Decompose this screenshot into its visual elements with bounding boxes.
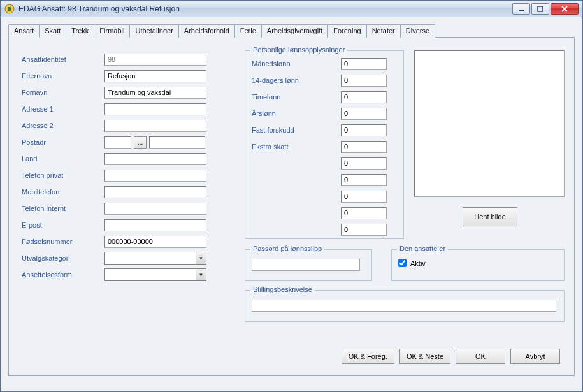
tabs-bar: Ansatt Skatt Trekk Firmabil Utbetalinger…	[8, 24, 575, 37]
label-timelonn: Timelønn	[252, 93, 341, 101]
adresse2-input[interactable]	[104, 120, 206, 132]
land-input[interactable]	[104, 153, 206, 165]
cancel-button[interactable]: Avbryt	[510, 349, 560, 364]
label-manedslonn: Månedslønn	[252, 60, 341, 68]
arslonn-input[interactable]	[341, 108, 387, 120]
extra-9-input[interactable]	[341, 191, 387, 203]
dialog-footer: OK & Foreg. OK & Neste OK Avbryt	[342, 349, 560, 364]
stillingsbeskrivelse-input[interactable]	[252, 300, 556, 312]
tab-firmabil[interactable]: Firmabil	[94, 24, 130, 38]
14dagers-input[interactable]	[341, 75, 387, 87]
telefon-privat-input[interactable]	[104, 170, 206, 182]
aktiv-checkbox[interactable]	[398, 259, 407, 267]
label-ansettelsesform: Ansettelsesform	[22, 271, 104, 279]
maximize-button[interactable]	[531, 3, 549, 15]
identity-fields: Ansattidentitet Etternavn Fornavn Adress…	[22, 53, 226, 285]
titlebar: EDAG Ansatt: 98 Trandum og vaksdal Refus…	[1, 1, 582, 17]
group-passord: Passord på lønnsslipp	[245, 249, 372, 281]
tab-forening[interactable]: Forening	[327, 24, 366, 38]
employee-photo-box	[414, 50, 565, 197]
tab-ansatt[interactable]: Ansatt	[8, 24, 40, 38]
legend-personlige-lonn: Personlige lønnsopplysninger	[250, 46, 347, 54]
window-frame: EDAG Ansatt: 98 Trandum og vaksdal Refus…	[0, 0, 583, 392]
svg-rect-3	[538, 6, 543, 11]
minimize-button[interactable]	[512, 3, 530, 15]
fornavn-input[interactable]	[104, 87, 206, 99]
group-stillingsbeskrivelse: Stillingsbeskrivelse	[245, 290, 565, 322]
tab-utbetalinger[interactable]: Utbetalinger	[129, 24, 178, 38]
label-fornavn: Fornavn	[22, 89, 104, 96]
extra-7-input[interactable]	[341, 157, 387, 170]
close-button[interactable]	[551, 3, 579, 15]
fast-forskudd-input[interactable]	[341, 124, 387, 136]
telefon-internt-input[interactable]	[104, 203, 206, 215]
epost-input[interactable]	[104, 219, 206, 231]
svg-rect-2	[519, 10, 524, 11]
client-area: Ansatt Skatt Trekk Firmabil Utbetalinger…	[1, 17, 582, 391]
tab-ferie[interactable]: Ferie	[234, 24, 262, 38]
label-fodselsnummer: Fødselsnummer	[22, 238, 104, 245]
postadr-city-input[interactable]	[149, 136, 205, 149]
label-telefon-internt: Telefon internt	[22, 205, 104, 212]
tab-diverse[interactable]: Diverse	[400, 24, 435, 38]
aktiv-label: Aktiv	[410, 259, 426, 267]
etternavn-input[interactable]	[104, 70, 206, 82]
label-fast-forskudd: Fast forskudd	[252, 126, 341, 134]
fodselsnummer-input[interactable]	[104, 236, 206, 248]
label-utvalgskategori: Utvalgskategori	[22, 254, 104, 262]
aktiv-checkbox-row[interactable]: Aktiv	[398, 259, 558, 267]
app-icon	[4, 4, 15, 14]
mobiltelefon-input[interactable]	[104, 186, 206, 198]
ansettelsesform-select[interactable]	[104, 268, 206, 281]
postadr-code-input[interactable]	[104, 136, 131, 149]
tab-skatt[interactable]: Skatt	[39, 24, 66, 38]
tab-trekk[interactable]: Trekk	[66, 24, 94, 38]
label-ekstra-skatt: Ekstra skatt	[252, 143, 341, 150]
label-mobiltelefon: Mobiltelefon	[22, 188, 104, 196]
label-14dagers: 14-dagers lønn	[252, 76, 341, 84]
legend-ansatte-er: Den ansatte er	[397, 245, 448, 252]
label-adresse2: Adresse 2	[22, 122, 104, 129]
label-arslonn: Årslønn	[252, 110, 341, 117]
extra-8-input[interactable]	[341, 174, 387, 186]
ok-previous-button[interactable]: OK & Foreg.	[342, 349, 394, 364]
tab-arbeidsforhold[interactable]: Arbeidsforhold	[178, 24, 235, 38]
label-etternavn: Etternavn	[22, 72, 104, 80]
ok-next-button[interactable]: OK & Neste	[399, 349, 450, 364]
passord-input[interactable]	[252, 259, 360, 271]
label-epost: E-post	[22, 221, 104, 229]
utvalgskategori-select[interactable]	[104, 252, 206, 265]
postadr-lookup-button[interactable]: ...	[134, 136, 147, 149]
svg-rect-1	[8, 7, 11, 11]
label-telefon-privat: Telefon privat	[22, 171, 104, 179]
extra-10-input[interactable]	[341, 207, 387, 219]
adresse1-input[interactable]	[104, 103, 206, 115]
timelonn-input[interactable]	[341, 91, 387, 103]
ansattidentitet-input[interactable]	[104, 54, 206, 66]
extra-11-input[interactable]	[341, 224, 387, 236]
label-postadr: Postadr	[22, 138, 104, 146]
tab-notater[interactable]: Notater	[366, 24, 401, 38]
window-controls	[511, 3, 579, 15]
tab-arbeidsgiveravgift[interactable]: Arbeidsgiveravgift	[261, 24, 328, 38]
legend-passord: Passord på lønnsslipp	[250, 245, 324, 252]
group-personlige-lonn: Personlige lønnsopplysninger Månedslønn …	[245, 50, 404, 239]
label-land: Land	[22, 155, 104, 163]
ekstra-skatt-input[interactable]	[341, 141, 387, 153]
ok-button[interactable]: OK	[456, 349, 505, 364]
group-ansatte-er: Den ansatte er Aktiv	[391, 249, 565, 281]
label-ansattidentitet: Ansattidentitet	[22, 55, 104, 63]
label-adresse1: Adresse 1	[22, 105, 104, 113]
legend-stillingsbeskrivelse: Stillingsbeskrivelse	[250, 286, 315, 293]
window-title: EDAG Ansatt: 98 Trandum og vaksdal Refus…	[18, 4, 180, 13]
tab-panel-ansatt: Ansattidentitet Etternavn Fornavn Adress…	[8, 37, 575, 376]
hent-bilde-button[interactable]: Hent bilde	[463, 207, 517, 226]
manedslonn-input[interactable]	[341, 58, 387, 70]
